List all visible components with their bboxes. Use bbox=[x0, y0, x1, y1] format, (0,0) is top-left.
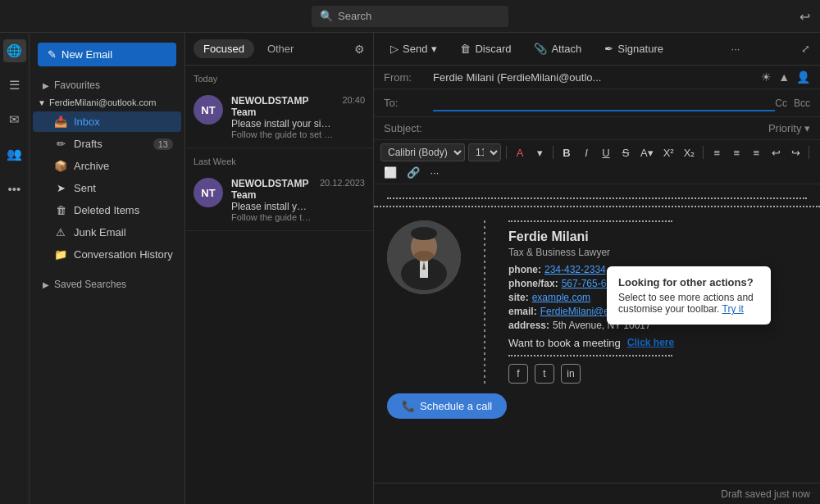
compose-area-wrapper: Looking for other actions? Select to see… bbox=[374, 184, 820, 483]
sidebar-item-deleted[interactable]: 🗑 Deleted Items bbox=[33, 200, 181, 220]
linkedin-icon[interactable]: in bbox=[561, 364, 581, 384]
saved-searches-header[interactable]: ▶ Saved Searches bbox=[30, 275, 184, 293]
search-icon: 🔍 bbox=[320, 10, 333, 22]
twitter-icon[interactable]: t bbox=[535, 364, 554, 384]
email-content-2: NEWOLDSTAMP Team Please install your sig… bbox=[231, 178, 312, 222]
notification-icon[interactable]: ↩ bbox=[800, 8, 810, 24]
profile-icon[interactable]: 👤 bbox=[796, 70, 810, 84]
email-list: Focused Other ⚙ Today NT NEWOLDSTAMP Tea… bbox=[185, 33, 374, 504]
address-label: address: bbox=[508, 320, 549, 331]
sidebar-item-conversation[interactable]: 📁 Conversation History bbox=[33, 244, 181, 265]
email-item-1[interactable]: NT NEWOLDSTAMP Team Please install your … bbox=[185, 87, 373, 148]
search-bar[interactable]: 🔍 Search bbox=[312, 6, 508, 27]
superscript-button[interactable]: X² bbox=[660, 145, 677, 161]
email-preview-2: Follow the guide to set it up Hi Ferdie … bbox=[231, 212, 312, 222]
email-sender-1: NEWOLDSTAMP Team bbox=[231, 95, 334, 118]
cc-button[interactable]: Cc bbox=[775, 98, 787, 109]
sidebar-item-drafts[interactable]: ✏ Drafts 13 bbox=[33, 134, 181, 154]
sig-dots-top bbox=[508, 220, 672, 222]
text-color-button[interactable]: A bbox=[512, 145, 528, 161]
indent-right-button[interactable]: ↪ bbox=[787, 145, 804, 161]
send-button[interactable]: ▷ Send ▾ bbox=[384, 39, 444, 58]
email-subject-1: Please install your signature bbox=[231, 118, 334, 129]
sig-social: f t in bbox=[508, 364, 674, 384]
mail-icon[interactable]: ✉ bbox=[3, 108, 26, 131]
new-email-button[interactable]: ✎ New Email bbox=[38, 43, 176, 66]
sidebar-item-inbox[interactable]: 📥 Inbox bbox=[33, 111, 181, 132]
to-row[interactable]: To: Cc Bcc bbox=[374, 89, 820, 117]
site-value[interactable]: example.com bbox=[532, 292, 590, 303]
signature-button[interactable]: ✒ Signature bbox=[598, 39, 670, 58]
indent-button[interactable]: ≡ bbox=[748, 145, 764, 161]
search-label: Search bbox=[338, 10, 371, 22]
signature-icon: ✒ bbox=[604, 43, 613, 55]
schedule-call-button[interactable]: 📞 Schedule a call bbox=[387, 393, 507, 419]
inbox-icon: 📥 bbox=[54, 116, 67, 128]
sent-label: Sent bbox=[74, 182, 96, 194]
filter-icon[interactable]: ⚙ bbox=[354, 43, 365, 56]
tab-other[interactable]: Other bbox=[257, 39, 304, 58]
inbox-label: Inbox bbox=[74, 116, 100, 128]
up-icon[interactable]: ▲ bbox=[778, 70, 790, 84]
more-actions-icon[interactable]: ··· bbox=[731, 43, 740, 55]
try-it-link[interactable]: Try it bbox=[722, 303, 744, 315]
globe-icon[interactable]: 🌐 bbox=[3, 39, 26, 62]
more-format-button[interactable]: ··· bbox=[426, 165, 443, 180]
account-header[interactable]: ▼ FerdieMilani@outlook.com bbox=[30, 94, 184, 111]
sun-icon[interactable]: ☀ bbox=[761, 70, 772, 84]
outdent-button[interactable]: ↩ bbox=[768, 145, 784, 161]
font-color-dropdown[interactable]: A▾ bbox=[637, 145, 657, 161]
sent-icon: ➤ bbox=[54, 182, 67, 194]
send-icon: ▷ bbox=[390, 43, 399, 55]
table-button[interactable]: ⬜ bbox=[380, 165, 400, 180]
sidebar-item-sent[interactable]: ➤ Sent bbox=[33, 178, 181, 198]
last-week-label: Last Week bbox=[185, 148, 373, 170]
attach-button[interactable]: 📎 Attach bbox=[527, 39, 588, 58]
email-item-2[interactable]: NT NEWOLDSTAMP Team Please install your … bbox=[185, 170, 373, 231]
drafts-icon: ✏ bbox=[54, 138, 67, 150]
subject-label: Subject: bbox=[384, 122, 433, 134]
priority-dropdown[interactable]: Priority ▾ bbox=[768, 122, 810, 134]
new-email-wrapper: ✎ New Email bbox=[38, 43, 176, 66]
expand-icon[interactable]: ⤢ bbox=[801, 43, 810, 55]
junk-icon: ⚠ bbox=[54, 226, 67, 238]
separator-4 bbox=[809, 146, 809, 159]
font-family-select[interactable]: Calibri (Body) bbox=[380, 143, 465, 161]
bcc-button[interactable]: Bcc bbox=[794, 98, 810, 109]
sidebar-item-archive[interactable]: 📦 Archive bbox=[33, 156, 181, 176]
draft-status: Draft saved just now bbox=[721, 488, 810, 500]
link-button[interactable]: 🔗 bbox=[403, 165, 423, 180]
email-preview-1: Follow the guide to set it up Hi Ferdie … bbox=[231, 129, 334, 139]
more-dots-icon[interactable]: ••• bbox=[3, 177, 26, 200]
nav-panel: ✎ New Email ▶ Favourites ▼ FerdieMilani@… bbox=[30, 33, 185, 504]
italic-button[interactable]: I bbox=[578, 145, 594, 161]
bold-button[interactable]: B bbox=[558, 145, 575, 161]
strikethrough-button[interactable]: S bbox=[617, 145, 634, 161]
from-row: From: Ferdie Milani (FerdieMilani@outlo.… bbox=[374, 66, 820, 89]
subscript-button[interactable]: X₂ bbox=[681, 145, 699, 161]
facebook-icon[interactable]: f bbox=[508, 364, 528, 384]
people-icon[interactable]: 👥 bbox=[3, 143, 26, 166]
bullets-button[interactable]: ≡ bbox=[708, 145, 725, 161]
svg-point-5 bbox=[411, 227, 437, 240]
sig-divider bbox=[484, 220, 485, 384]
tab-focused[interactable]: Focused bbox=[194, 39, 254, 58]
subject-input[interactable] bbox=[433, 122, 768, 134]
font-size-select[interactable]: 11 bbox=[468, 143, 501, 161]
numbering-button[interactable]: ≡ bbox=[728, 145, 745, 161]
chevron-down-icon: ▼ bbox=[38, 98, 46, 107]
conversation-icon: 📁 bbox=[54, 248, 67, 261]
phone-value[interactable]: 234-432-2334 bbox=[544, 264, 606, 275]
click-here-link[interactable]: Click here bbox=[627, 337, 674, 349]
status-bar: Draft saved just now bbox=[374, 483, 820, 504]
discard-button[interactable]: 🗑 Discard bbox=[453, 39, 517, 58]
highlight-button[interactable]: ▾ bbox=[531, 145, 548, 161]
underline-button[interactable]: U bbox=[598, 145, 614, 161]
hamburger-icon[interactable]: ☰ bbox=[3, 74, 26, 97]
avatar-2: NT bbox=[194, 178, 223, 207]
drafts-label: Drafts bbox=[74, 138, 102, 150]
deleted-icon: 🗑 bbox=[54, 204, 67, 216]
sidebar-item-junk[interactable]: ⚠ Junk Email bbox=[33, 222, 181, 243]
favourites-header[interactable]: ▶ Favourites bbox=[30, 76, 184, 94]
to-input[interactable] bbox=[433, 94, 775, 111]
